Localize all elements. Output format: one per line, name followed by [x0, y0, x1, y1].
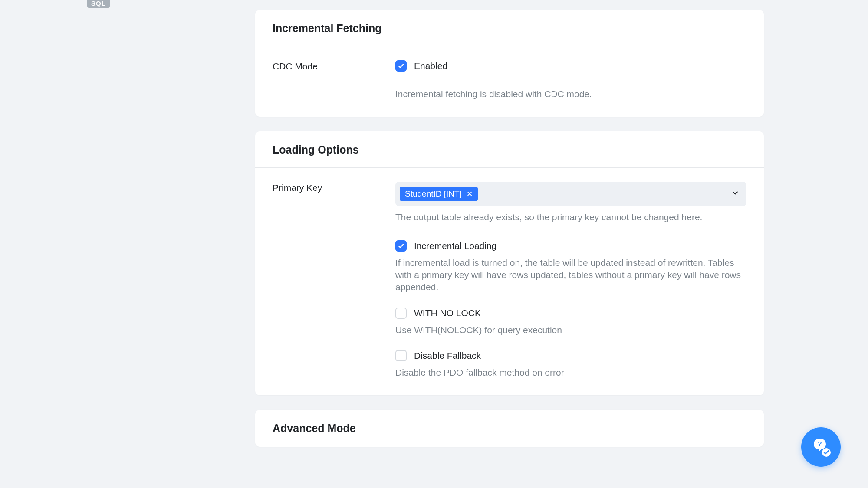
incremental-fetching-title: Incremental Fetching	[273, 22, 746, 35]
with-no-lock-help: Use WITH(NOLOCK) for query execution	[395, 324, 746, 336]
primary-key-help: The output table already exists, so the …	[395, 211, 746, 223]
with-no-lock-block: WITH NO LOCK Use WITH(NOLOCK) for query …	[395, 308, 746, 336]
cdc-mode-checkbox-row: Enabled	[395, 60, 746, 72]
loading-options-title: Loading Options	[273, 144, 746, 156]
label-col: CDC Mode	[273, 60, 395, 72]
sql-badge: SQL	[87, 0, 110, 8]
card-header: Advanced Mode	[255, 410, 764, 447]
incremental-fetching-card: Incremental Fetching CDC Mode Enabled In…	[255, 10, 764, 117]
with-no-lock-checkbox-row: WITH NO LOCK	[395, 308, 746, 319]
card-body: CDC Mode Enabled Incremental fetching is…	[255, 46, 764, 117]
card-header: Incremental Fetching	[255, 10, 764, 46]
help-chat-icon: ?	[810, 436, 832, 458]
incremental-loading-block: Incremental Loading If incremental load …	[395, 240, 746, 294]
remove-tag-icon[interactable]: ✕	[467, 190, 473, 198]
content-area: Incremental Fetching CDC Mode Enabled In…	[255, 0, 764, 447]
primary-key-row: Primary Key StudentID [INT] ✕	[273, 182, 746, 379]
help-fab[interactable]: ?	[801, 427, 841, 467]
with-no-lock-checkbox-label: WITH NO LOCK	[414, 308, 481, 318]
cdc-mode-help: Incremental fetching is disabled with CD…	[395, 88, 746, 100]
cdc-mode-label: CDC Mode	[273, 61, 318, 71]
cdc-mode-row: CDC Mode Enabled Incremental fetching is…	[273, 60, 746, 100]
cdc-mode-checkbox-label: Enabled	[414, 61, 447, 71]
disable-fallback-checkbox[interactable]	[395, 350, 407, 361]
primary-key-label: Primary Key	[273, 183, 322, 193]
incremental-loading-checkbox[interactable]	[395, 240, 407, 252]
disable-fallback-help: Disable the PDO fallback method on error	[395, 367, 746, 379]
primary-key-select[interactable]: StudentID [INT] ✕	[395, 182, 746, 206]
incremental-loading-checkbox-label: Incremental Loading	[414, 241, 496, 251]
control-col: StudentID [INT] ✕ The output table alrea…	[395, 182, 746, 379]
check-icon	[398, 62, 404, 69]
primary-key-tag-label: StudentID [INT]	[405, 189, 462, 199]
card-body: Primary Key StudentID [INT] ✕	[255, 168, 764, 395]
advanced-mode-card: Advanced Mode	[255, 410, 764, 447]
card-header: Loading Options	[255, 131, 764, 168]
disable-fallback-block: Disable Fallback Disable the PDO fallbac…	[395, 350, 746, 379]
primary-key-dropdown-toggle[interactable]	[723, 182, 746, 206]
incremental-loading-checkbox-row: Incremental Loading	[395, 240, 746, 252]
incremental-loading-help: If incremental load is turned on, the ta…	[395, 257, 746, 294]
primary-key-tag: StudentID [INT] ✕	[400, 187, 478, 201]
svg-text:?: ?	[818, 440, 822, 447]
disable-fallback-checkbox-label: Disable Fallback	[414, 350, 481, 361]
cdc-mode-checkbox[interactable]	[395, 60, 407, 72]
control-col: Enabled Incremental fetching is disabled…	[395, 60, 746, 100]
chevron-down-icon	[731, 189, 740, 199]
disable-fallback-checkbox-row: Disable Fallback	[395, 350, 746, 361]
label-col: Primary Key	[273, 182, 395, 193]
check-icon	[398, 242, 404, 249]
with-no-lock-checkbox[interactable]	[395, 308, 407, 319]
advanced-mode-title: Advanced Mode	[273, 422, 746, 435]
loading-options-card: Loading Options Primary Key StudentID [I…	[255, 131, 764, 395]
